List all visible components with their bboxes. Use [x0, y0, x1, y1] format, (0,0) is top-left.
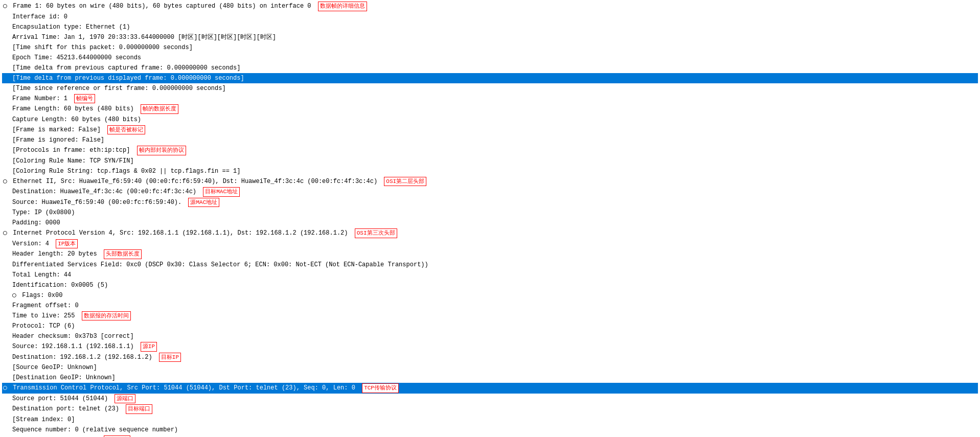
arrival-time-text: Arrival Time: Jan 1, 1970 20:33:33.64400…: [12, 34, 276, 41]
capture-length-line[interactable]: Capture Length: 60 bytes (480 bits): [2, 114, 978, 125]
ttl-text: Time to live: 255: [12, 312, 75, 319]
frame-ignored-line[interactable]: [Frame is ignored: False]: [2, 135, 978, 145]
ip-header-length-line[interactable]: Header length: 20 bytes 头部数据长度: [2, 249, 978, 260]
coloring-rule-name-text: [Coloring Rule Name: TCP SYN/FIN]: [12, 157, 134, 165]
expand-icon-ethernet2[interactable]: ◯: [3, 177, 9, 186]
stream-index-text: [Stream index: 0]: [12, 416, 75, 423]
encap-type-line[interactable]: Encapsulation type: Ethernet (1): [2, 22, 978, 32]
src-geoip-line[interactable]: [Source GeoIP: Unknown]: [2, 362, 978, 373]
protocol-tcp-line[interactable]: Protocol: TCP (6): [2, 321, 978, 331]
ethernet2-line[interactable]: ◯ Ethernet II, Src: HuaweiTe_f6:59:40 (0…: [2, 176, 978, 187]
type-ip-text: Type: IP (0x0800): [12, 209, 75, 216]
expand-icon-tcp[interactable]: ◯: [3, 383, 9, 393]
header-checksum-text: Header checksum: 0x37b3 [correct]: [12, 333, 134, 340]
arrival-time-line[interactable]: Arrival Time: Jan 1, 1970 20:33:33.64400…: [2, 32, 978, 42]
frame-number-line[interactable]: Frame Number: 1 帧编号: [2, 94, 978, 104]
time-delta-disp-text: [Time delta from previous displayed fram…: [12, 75, 244, 82]
frame-ignored-text: [Frame is ignored: False]: [12, 136, 104, 144]
annotation-dst-port: 目标端口: [126, 404, 152, 414]
dest-ip-line[interactable]: Destination: 192.168.1.2 (192.168.1.2) 目…: [2, 352, 978, 363]
dst-geoip-text: [Destination GeoIP: Unknown]: [12, 374, 116, 381]
src-geoip-text: [Source GeoIP: Unknown]: [12, 364, 97, 371]
tcp-header-line[interactable]: ◯ Transmission Control Protocol, Src Por…: [2, 383, 978, 394]
ip-version-text: Version: 4: [12, 240, 49, 247]
dest-mac-line[interactable]: Destination: HuaweiTe_4f:3c:4c (00:e0:fc…: [2, 187, 978, 197]
fragment-offset-text: Fragment offset: 0: [12, 302, 79, 309]
dscp-line[interactable]: Differentiated Services Field: 0xc0 (DSC…: [2, 260, 978, 270]
coloring-rule-string-text: [Coloring Rule String: tcp.flags & 0x02 …: [12, 168, 240, 175]
time-since-ref-text: [Time since reference or first frame: 0.…: [12, 85, 226, 92]
ip-protocol-line[interactable]: ◯ Internet Protocol Version 4, Src: 192.…: [2, 228, 978, 239]
expand-icon-ip[interactable]: ◯: [3, 228, 9, 238]
frame1-text: Frame 1: 60 bytes on wire (480 bits), 60…: [13, 3, 311, 10]
identification-text: Identification: 0x0005 (5): [12, 282, 108, 289]
dest-ip-text: Destination: 192.168.1.2 (192.168.1.2): [12, 354, 152, 361]
annotation-frame-length: 帧的数据长度: [141, 104, 178, 114]
time-shift-text: [Time shift for this packet: 0.000000000…: [12, 44, 193, 51]
header-checksum-line[interactable]: Header checksum: 0x37b3 [correct]: [2, 331, 978, 341]
ttl-line[interactable]: Time to live: 255 数据报的存活时间: [2, 311, 978, 321]
annotation-header-len: 头部数据长度: [104, 249, 142, 259]
source-ip-line[interactable]: Source: 192.168.1.1 (192.168.1.1) 源IP: [2, 341, 978, 352]
annotation-src-port: 源端口: [115, 394, 135, 404]
frame-number-text: Frame Number: 1: [12, 95, 67, 102]
ip-flags-text: Flags: 0x00: [22, 292, 62, 299]
annotation-dst-ip: 目标IP: [159, 353, 181, 362]
annotation-frame-detail: 数据帧的详细信息: [318, 2, 367, 11]
frame-length-text: Frame Length: 60 bytes (480 bits): [12, 105, 134, 112]
ethernet2-text: Ethernet II, Src: HuaweiTe_f6:59:40 (00:…: [13, 178, 377, 185]
tcp-header-len-line[interactable]: Header length: 24 bytes 头部长度: [2, 435, 978, 438]
time-delta-cap-line[interactable]: [Time delta from previous captured frame…: [2, 63, 978, 73]
dscp-text: Differentiated Services Field: 0xc0 (DSC…: [12, 261, 428, 268]
annotation-frame-number: 帧编号: [74, 94, 95, 104]
source-ip-text: Source: 192.168.1.1 (192.168.1.1): [12, 343, 134, 350]
source-mac-text: Source: HuaweiTe_f6:59:40 (00:e0:fc:f6:5…: [12, 199, 181, 206]
coloring-rule-string-line[interactable]: [Coloring Rule String: tcp.flags & 0x02 …: [2, 166, 978, 176]
seq-number-text: Sequence number: 0 (relative sequence nu…: [12, 426, 178, 433]
time-since-ref-line[interactable]: [Time since reference or first frame: 0.…: [2, 83, 978, 94]
src-port-line[interactable]: Source port: 51044 (51044) 源端口: [2, 394, 978, 404]
protocols-line[interactable]: [Protocols in frame: eth:ip:tcp] 帧内部封装的协…: [2, 145, 978, 156]
type-ip-line[interactable]: Type: IP (0x0800): [2, 208, 978, 218]
ip-version-line[interactable]: Version: 4 IP版本: [2, 239, 978, 249]
padding-text: Padding: 0000: [12, 219, 60, 226]
frame1-line[interactable]: ◯ Frame 1: 60 bytes on wire (480 bits), …: [2, 1, 978, 12]
annotation-tcp-header-len: 头部长度: [104, 435, 130, 438]
annotation-osi-layer3: OSI第三次头部: [355, 228, 397, 238]
frame-marked-line[interactable]: [Frame is marked: False] 帧是否被标记: [2, 125, 978, 135]
expand-icon-ip-flags[interactable]: ◯: [12, 291, 18, 300]
stream-index-line[interactable]: [Stream index: 0]: [2, 415, 978, 425]
source-mac-line[interactable]: Source: HuaweiTe_f6:59:40 (00:e0:fc:f6:5…: [2, 197, 978, 208]
seq-number-line[interactable]: Sequence number: 0 (relative sequence nu…: [2, 425, 978, 435]
frame-marked-text: [Frame is marked: False]: [12, 126, 101, 133]
interface-id-line[interactable]: Interface id: 0: [2, 12, 978, 22]
time-delta-disp-line[interactable]: [Time delta from previous displayed fram…: [2, 73, 978, 83]
interface-id-text: Interface id: 0: [12, 13, 67, 20]
dst-port-line[interactable]: Destination port: telnet (23) 目标端口: [2, 404, 978, 415]
dst-port-text: Destination port: telnet (23): [12, 405, 119, 412]
total-length-text: Total Length: 44: [12, 271, 71, 279]
ip-protocol-text: Internet Protocol Version 4, Src: 192.16…: [13, 229, 348, 237]
protocol-tcp-text: Protocol: TCP (6): [12, 323, 75, 330]
time-delta-cap-text: [Time delta from previous captured frame…: [12, 64, 240, 72]
ip-header-length-text: Header length: 20 bytes: [12, 250, 97, 258]
frame-length-line[interactable]: Frame Length: 60 bytes (480 bits) 帧的数据长度: [2, 104, 978, 114]
time-shift-line[interactable]: [Time shift for this packet: 0.000000000…: [2, 42, 978, 53]
annotation-ttl: 数据报的存活时间: [82, 311, 131, 321]
total-length-line[interactable]: Total Length: 44: [2, 270, 978, 280]
identification-line[interactable]: Identification: 0x0005 (5): [2, 280, 978, 290]
annotation-frame-marked: 帧是否被标记: [107, 125, 145, 135]
padding-line[interactable]: Padding: 0000: [2, 218, 978, 228]
capture-length-text: Capture Length: 60 bytes (480 bits): [12, 116, 141, 123]
dst-geoip-line[interactable]: [Destination GeoIP: Unknown]: [2, 373, 978, 383]
epoch-time-line[interactable]: Epoch Time: 45213.644000000 seconds: [2, 53, 978, 63]
annotation-tcp-protocol: TCP传输协议: [362, 383, 399, 393]
coloring-rule-name-line[interactable]: [Coloring Rule Name: TCP SYN/FIN]: [2, 156, 978, 166]
protocols-text: [Protocols in frame: eth:ip:tcp]: [12, 147, 130, 154]
ip-flags-line[interactable]: ◯ Flags: 0x00: [2, 290, 978, 301]
main-container: ◯ Frame 1: 60 bytes on wire (480 bits), …: [0, 0, 980, 437]
expand-icon-frame1[interactable]: ◯: [3, 2, 9, 11]
tcp-header-text: Transmission Control Protocol, Src Port:…: [13, 384, 355, 392]
fragment-offset-line[interactable]: Fragment offset: 0: [2, 301, 978, 311]
src-port-text: Source port: 51044 (51044): [12, 395, 108, 402]
